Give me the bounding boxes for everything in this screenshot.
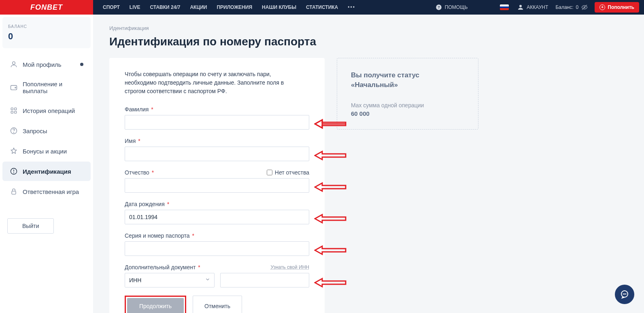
info-card: Вы получите статус «Начальный» Max сумма… [337, 58, 478, 130]
svg-point-5 [519, 5, 522, 7]
top-nav: СПОРТ LIVE СТАВКИ 24/7 АКЦИИ ПРИЛОЖЕНИЯ … [93, 0, 644, 15]
doc-label: Дополнительный документ * [125, 264, 200, 270]
svg-point-19 [14, 172, 14, 173]
logout-button[interactable]: Выйти [7, 218, 54, 234]
dob-label: Дата рождения * [125, 201, 169, 207]
balance-card: БАЛАНС 0 [2, 17, 91, 48]
nav-sport[interactable]: СПОРТ [98, 4, 125, 10]
svg-rect-13 [11, 111, 13, 113]
user-icon [10, 60, 18, 68]
name-input[interactable] [125, 147, 309, 161]
svg-text:?: ? [438, 5, 440, 9]
plus-icon: + [599, 4, 605, 10]
svg-rect-11 [11, 108, 13, 110]
inn-input[interactable] [220, 273, 309, 287]
svg-point-10 [15, 87, 16, 88]
patronymic-input[interactable] [125, 178, 309, 193]
sidebar-item-identification[interactable]: Идентификация [2, 162, 91, 181]
header-balance: Баланс: 0 [552, 4, 591, 11]
svg-point-23 [625, 294, 625, 294]
surname-input[interactable] [125, 115, 309, 130]
user-icon [517, 4, 524, 11]
balance-label: БАЛАНС [8, 24, 85, 29]
dot-indicator-icon [80, 63, 83, 66]
nav-account[interactable]: АККАУНТ [513, 4, 552, 11]
info-sub: Max сумма одной операции [351, 102, 464, 109]
info-title: Вы получите статус «Начальный» [351, 70, 464, 90]
balance-value: 0 [8, 31, 85, 42]
sidebar-item-requests[interactable]: Запросы [2, 121, 91, 141]
continue-button[interactable]: Продолжить [127, 298, 184, 313]
eye-off-icon[interactable] [581, 4, 588, 11]
field-doc: Дополнительный документ * Узнать свой ИН… [125, 264, 309, 287]
svg-point-16 [14, 132, 14, 133]
form-actions: Продолжить Отменить [125, 296, 309, 313]
alert-icon [10, 167, 18, 175]
continue-highlight: Продолжить [125, 296, 186, 313]
passport-label: Серия и номер паспорта * [125, 232, 194, 239]
nav-clubs[interactable]: НАШИ КЛУБЫ [257, 4, 301, 10]
sidebar: БАЛАНС 0 Мой профиль Пополнение и выплат… [0, 15, 93, 313]
help-icon: ? [435, 4, 442, 11]
arrow-annotation-icon [314, 181, 346, 194]
chat-icon [620, 290, 629, 299]
doc-select[interactable] [125, 273, 215, 287]
passport-input[interactable] [125, 241, 309, 256]
field-passport: Серия и номер паспорта * [125, 232, 309, 256]
arrow-annotation-icon [314, 276, 346, 289]
sidebar-item-bonuses[interactable]: Бонусы и акции [2, 141, 91, 161]
sidebar-item-history[interactable]: История операций [2, 101, 91, 120]
nav-help[interactable]: ? ПОМОЩЬ [431, 4, 472, 11]
svg-point-22 [623, 294, 624, 294]
grid-icon [10, 106, 18, 115]
chat-fab[interactable] [615, 285, 634, 304]
svg-rect-12 [15, 108, 17, 110]
sidebar-item-responsible[interactable]: Ответственная игра [2, 182, 91, 201]
patronymic-label: Отчество * [125, 169, 154, 176]
name-label: Имя * [125, 138, 140, 144]
sidebar-item-profile[interactable]: Мой профиль [2, 55, 91, 74]
cancel-button[interactable]: Отменить [193, 296, 242, 313]
arrow-annotation-icon [314, 244, 346, 257]
nav-promo[interactable]: АКЦИИ [185, 4, 212, 10]
nav-stats[interactable]: СТАТИСТИКА [301, 4, 343, 10]
doc-select-value[interactable] [125, 273, 215, 287]
sidebar-item-wallet[interactable]: Пополнение и выплаты [2, 75, 91, 100]
svg-point-24 [626, 294, 626, 294]
form-card: Чтобы совершать операции по счету и закл… [109, 58, 325, 313]
field-name: Имя * [125, 138, 309, 161]
field-patronymic: Отчество * Нет отчества [125, 169, 309, 193]
svg-point-8 [13, 62, 15, 64]
nav-more-icon[interactable]: ••• [343, 4, 360, 10]
star-icon [10, 147, 18, 155]
refill-button[interactable]: + Пополнить [595, 2, 639, 13]
nav-apps[interactable]: ПРИЛОЖЕНИЯ [212, 4, 257, 10]
inn-hint-link[interactable]: Узнать свой ИНН [271, 264, 309, 270]
breadcrumb[interactable]: Идентификация [109, 25, 628, 31]
logo: FONBET [30, 3, 63, 12]
field-surname: Фамилия * [125, 106, 309, 130]
wallet-icon [10, 83, 18, 92]
main-content: Идентификация Идентификация по номеру па… [93, 15, 644, 313]
sidebar-menu: Мой профиль Пополнение и выплаты История… [0, 51, 93, 210]
nav-live[interactable]: LIVE [125, 4, 145, 10]
info-value: 60 000 [351, 110, 464, 117]
question-icon [10, 127, 18, 135]
language-flag[interactable] [496, 4, 513, 10]
arrow-annotation-icon [314, 212, 346, 225]
svg-rect-20 [12, 191, 16, 194]
intro-text: Чтобы совершать операции по счету и закл… [125, 70, 295, 96]
surname-label: Фамилия * [125, 106, 153, 113]
field-dob: Дата рождения * [125, 201, 309, 224]
arrow-annotation-icon [314, 149, 346, 162]
logo-bar[interactable]: FONBET [0, 0, 93, 15]
lock-icon [10, 187, 18, 196]
page-title: Идентификация по номеру паспорта [109, 35, 628, 48]
flag-ru-icon [500, 4, 509, 10]
dob-input[interactable] [125, 210, 309, 224]
nav-bets247[interactable]: СТАВКИ 24/7 [145, 4, 185, 10]
no-patronymic-checkbox[interactable]: Нет отчества [267, 169, 309, 176]
svg-rect-14 [15, 111, 17, 113]
